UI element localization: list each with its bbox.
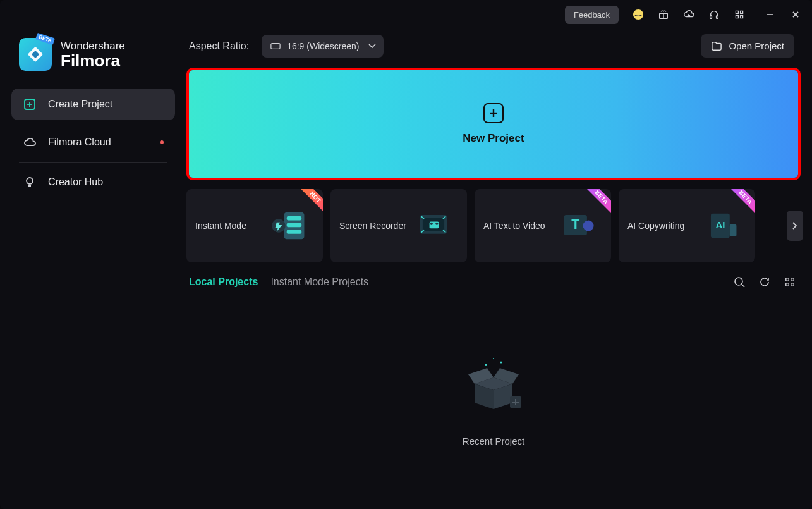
refresh-icon[interactable] bbox=[759, 276, 770, 288]
cloud-download-icon[interactable] bbox=[683, 9, 694, 20]
chevron-down-icon bbox=[368, 44, 376, 49]
sidebar-divider bbox=[19, 162, 167, 163]
brand-logo: BETA Wondershare Filmora bbox=[11, 29, 175, 89]
open-project-button[interactable]: Open Project bbox=[701, 34, 794, 58]
svg-rect-38 bbox=[786, 278, 789, 281]
brand-top-text: Wondershare bbox=[61, 40, 125, 52]
beta-badge: BETA bbox=[35, 33, 55, 45]
svg-rect-22 bbox=[287, 223, 301, 227]
svg-rect-41 bbox=[791, 283, 794, 286]
svg-rect-5 bbox=[741, 11, 743, 13]
svg-rect-21 bbox=[287, 216, 301, 220]
main-panel: Aspect Ratio: 16:9 (Widescreen) Open Pro… bbox=[186, 29, 812, 509]
sidebar-item-label: Filmora Cloud bbox=[48, 137, 111, 148]
window-controls bbox=[765, 9, 801, 20]
svg-rect-17 bbox=[271, 43, 280, 49]
feature-row: Instant Mode HOT Screen Recorder AI Text… bbox=[186, 189, 801, 262]
feature-label: AI Text to Video bbox=[483, 221, 545, 231]
svg-point-16 bbox=[27, 178, 33, 184]
svg-rect-4 bbox=[736, 11, 738, 13]
svg-line-37 bbox=[742, 285, 744, 287]
svg-rect-23 bbox=[287, 230, 301, 233]
feedback-button[interactable]: Feedback bbox=[565, 6, 619, 24]
apps-grid-icon[interactable] bbox=[734, 9, 745, 20]
svg-point-36 bbox=[735, 278, 742, 285]
svg-point-29 bbox=[435, 223, 438, 225]
feature-screen-recorder[interactable]: Screen Recorder bbox=[330, 189, 467, 262]
profile-icon[interactable] bbox=[633, 9, 644, 20]
svg-rect-39 bbox=[791, 278, 794, 281]
close-button[interactable] bbox=[791, 9, 801, 20]
new-project-highlight: New Project bbox=[186, 68, 801, 180]
logo-mark: BETA bbox=[19, 38, 52, 71]
aspect-ratio-select[interactable]: 16:9 (Widescreen) bbox=[262, 35, 383, 58]
empty-state: Recent Project bbox=[186, 294, 801, 498]
sidebar-item-label: Create Project bbox=[48, 99, 112, 110]
sidebar: BETA Wondershare Filmora Create Project … bbox=[0, 29, 186, 509]
minimize-button[interactable] bbox=[765, 9, 775, 20]
svg-point-47 bbox=[485, 364, 487, 366]
sidebar-item-create-project[interactable]: Create Project bbox=[11, 89, 175, 120]
feature-ai-text-to-video[interactable]: AI Text to Video T BETA bbox=[475, 189, 611, 262]
new-project-button[interactable]: New Project bbox=[189, 70, 798, 178]
svg-rect-40 bbox=[786, 283, 789, 286]
notification-dot-icon bbox=[160, 140, 164, 144]
empty-state-label: Recent Project bbox=[463, 436, 524, 446]
screen-recorder-icon bbox=[409, 201, 458, 250]
plus-square-icon bbox=[23, 97, 37, 111]
plus-icon bbox=[483, 103, 504, 123]
svg-point-49 bbox=[493, 358, 494, 359]
projects-tabs: Local Projects Instant Mode Projects bbox=[189, 276, 368, 288]
feature-label: Screen Recorder bbox=[339, 221, 406, 231]
feature-ai-copywriting[interactable]: AI Copywriting AI BETA bbox=[619, 189, 755, 262]
feature-label: Instant Mode bbox=[195, 221, 246, 231]
svg-text:AI: AI bbox=[715, 219, 725, 230]
brand-bottom-text: Filmora bbox=[61, 52, 125, 69]
sidebar-item-creator-hub[interactable]: Creator Hub bbox=[11, 166, 175, 198]
grid-view-icon[interactable] bbox=[784, 276, 796, 288]
svg-rect-6 bbox=[736, 16, 738, 18]
svg-point-32 bbox=[583, 220, 594, 231]
gift-icon[interactable] bbox=[658, 9, 669, 20]
aspect-ratio-value: 16:9 (Widescreen) bbox=[287, 41, 359, 51]
copywriting-icon: AI bbox=[697, 201, 746, 250]
top-row: Aspect Ratio: 16:9 (Widescreen) Open Pro… bbox=[186, 29, 801, 68]
search-icon[interactable] bbox=[734, 276, 745, 288]
sidebar-item-filmora-cloud[interactable]: Filmora Cloud bbox=[11, 126, 175, 158]
bulb-icon bbox=[23, 175, 37, 189]
tab-instant-mode-projects[interactable]: Instant Mode Projects bbox=[270, 276, 368, 288]
svg-point-28 bbox=[430, 223, 433, 225]
svg-rect-7 bbox=[741, 16, 743, 18]
svg-rect-35 bbox=[730, 224, 737, 236]
aspect-ratio-group: Aspect Ratio: 16:9 (Widescreen) bbox=[189, 35, 384, 58]
new-project-label: New Project bbox=[463, 132, 524, 145]
projects-toolbar bbox=[734, 276, 796, 288]
svg-text:T: T bbox=[571, 217, 579, 232]
cloud-icon bbox=[23, 135, 37, 149]
headphones-icon[interactable] bbox=[708, 9, 720, 20]
instant-mode-icon bbox=[265, 201, 314, 250]
svg-rect-3 bbox=[717, 16, 718, 19]
tab-local-projects[interactable]: Local Projects bbox=[189, 276, 258, 288]
projects-tabs-row: Local Projects Instant Mode Projects bbox=[186, 274, 801, 294]
svg-point-48 bbox=[500, 361, 502, 363]
aspect-ratio-label: Aspect Ratio: bbox=[189, 40, 249, 52]
svg-rect-2 bbox=[710, 16, 712, 19]
empty-box-icon bbox=[456, 346, 531, 422]
folder-icon bbox=[711, 41, 722, 51]
text-to-video-icon: T bbox=[553, 201, 602, 250]
open-project-label: Open Project bbox=[729, 40, 784, 51]
feature-instant-mode[interactable]: Instant Mode HOT bbox=[186, 189, 323, 262]
app-window: Feedback BETA bbox=[0, 0, 812, 509]
feature-next-button[interactable] bbox=[787, 211, 803, 241]
sidebar-item-label: Creator Hub bbox=[48, 176, 103, 188]
feature-label: AI Copywriting bbox=[627, 221, 684, 231]
titlebar: Feedback bbox=[0, 0, 812, 29]
